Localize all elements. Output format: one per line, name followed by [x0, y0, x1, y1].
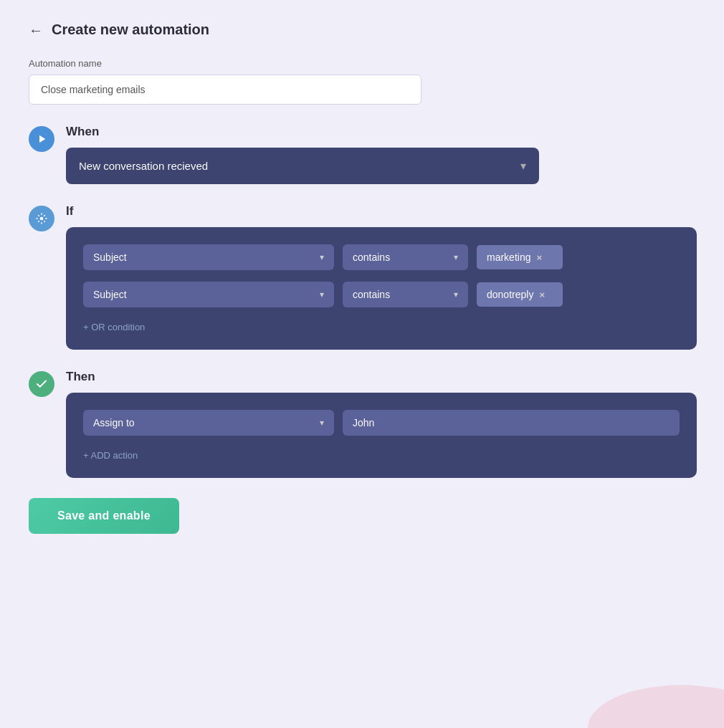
when-icon — [29, 126, 54, 152]
then-section: Then Assign to ▾ + ADD action — [29, 370, 695, 478]
condition-1-field-value: Subject — [93, 252, 127, 263]
when-label: When — [66, 125, 695, 139]
condition-2-field-arrow-icon: ▾ — [320, 289, 324, 300]
when-section: When New conversation recieved ▾ — [29, 125, 695, 184]
condition-2-operator-value: contains — [353, 289, 390, 300]
when-dropdown-arrow-icon: ▾ — [520, 159, 526, 173]
condition-2-tag-remove[interactable]: × — [539, 289, 545, 300]
svg-marker-0 — [39, 135, 45, 143]
when-body: When New conversation recieved ▾ — [66, 125, 695, 184]
condition-1-field-dropdown[interactable]: Subject ▾ — [83, 244, 334, 270]
condition-2-tag-value: donotreply — [487, 289, 533, 300]
condition-1-field-arrow-icon: ▾ — [320, 252, 324, 262]
save-enable-button[interactable]: Save and enable — [29, 498, 179, 534]
condition-1-operator-arrow-icon: ▾ — [454, 252, 458, 262]
then-label: Then — [66, 370, 697, 384]
action-row-1: Assign to ▾ — [83, 410, 680, 436]
add-action-button[interactable]: + ADD action — [83, 447, 680, 464]
svg-point-1 — [40, 217, 44, 221]
condition-1-tag-value: marketing — [487, 252, 530, 263]
then-icon — [29, 371, 54, 397]
then-body: Then Assign to ▾ + ADD action — [66, 370, 697, 478]
condition-row-1: Subject ▾ contains ▾ marketing × — [83, 244, 680, 270]
bottom-decoration — [545, 642, 724, 728]
when-trigger-dropdown[interactable]: New conversation recieved ▾ — [66, 148, 539, 184]
when-trigger-value: New conversation recieved — [79, 160, 208, 172]
add-or-condition-button[interactable]: + OR condition — [83, 319, 680, 335]
if-panel: Subject ▾ contains ▾ marketing × S — [66, 227, 697, 350]
condition-2-field-value: Subject — [93, 289, 127, 300]
action-type-arrow-icon: ▾ — [320, 418, 324, 428]
condition-1-tag-remove[interactable]: × — [536, 252, 542, 263]
condition-2-operator-arrow-icon: ▾ — [454, 289, 458, 300]
svg-point-2 — [588, 685, 724, 728]
page-title: Create new automation — [52, 21, 209, 38]
if-body: If Subject ▾ contains ▾ marketing × — [66, 204, 697, 350]
automation-name-section: Automation name — [29, 58, 695, 105]
condition-row-2: Subject ▾ contains ▾ donotreply × — [83, 282, 680, 307]
if-section: If Subject ▾ contains ▾ marketing × — [29, 204, 695, 350]
condition-2-tag: donotreply × — [477, 282, 563, 307]
condition-1-operator-value: contains — [353, 252, 390, 263]
page-header: ← Create new automation — [29, 21, 695, 38]
automation-name-label: Automation name — [29, 58, 695, 69]
condition-2-field-dropdown[interactable]: Subject ▾ — [83, 282, 334, 307]
condition-1-operator-dropdown[interactable]: contains ▾ — [343, 244, 468, 270]
if-icon — [29, 206, 54, 231]
action-assignee-input[interactable] — [343, 410, 680, 436]
then-panel: Assign to ▾ + ADD action — [66, 393, 697, 478]
back-button[interactable]: ← — [29, 23, 43, 37]
condition-1-tag: marketing × — [477, 245, 563, 269]
if-label: If — [66, 204, 697, 219]
action-type-dropdown[interactable]: Assign to ▾ — [83, 410, 334, 436]
action-type-value: Assign to — [93, 417, 135, 428]
automation-name-input[interactable] — [29, 75, 421, 105]
condition-2-operator-dropdown[interactable]: contains ▾ — [343, 282, 468, 307]
